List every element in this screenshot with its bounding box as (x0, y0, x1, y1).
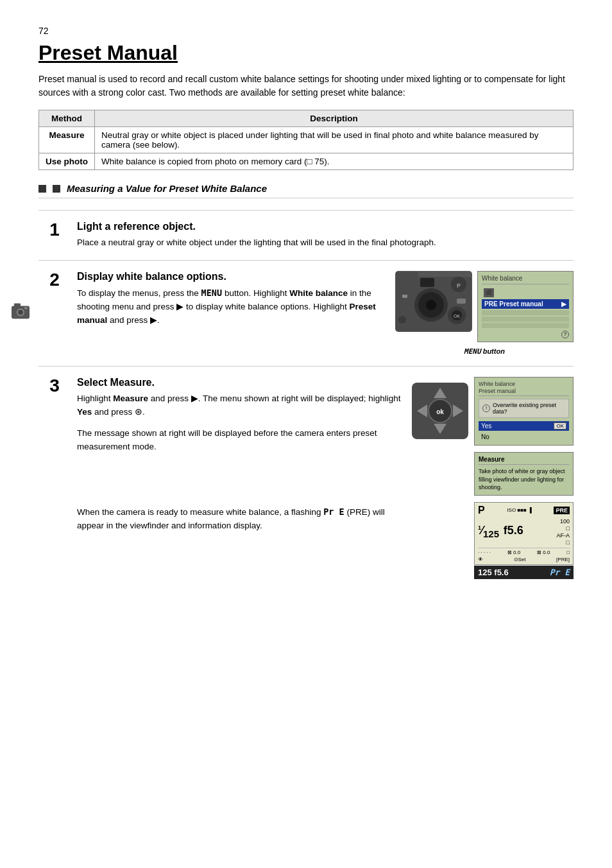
lcd-row (482, 310, 569, 315)
svg-rect-4 (24, 307, 28, 309)
table-header-description: Description (95, 110, 574, 127)
dialog-yes: Yes OK (479, 421, 569, 431)
description-cell: Neutral gray or white object is placed u… (95, 127, 574, 153)
step-3: 3 Select Measure. Highlight Measure and … (38, 366, 574, 589)
svg-rect-6 (396, 272, 418, 284)
lcd-help: ? (482, 331, 569, 338)
vf-af-box: □ (566, 539, 570, 546)
lcd-selected-text: PRE Preset manual (484, 300, 543, 308)
dialog-warning-text: Overwrite existing preset data? (493, 402, 565, 415)
step-2-images: P OK Whi (395, 271, 574, 356)
measure-box: Measure Take photo of white or gray obje… (474, 452, 574, 496)
svg-point-3 (18, 309, 23, 315)
overwrite-dialog: White balance Preset manual ! Overwrite … (474, 377, 574, 446)
svg-text:P: P (457, 282, 461, 289)
vf-dots: · · · · · (478, 550, 491, 555)
preset-manual-keyword: Preset manual (77, 302, 376, 325)
vf-iso-label: ISO ■■■ ▐ (507, 507, 531, 513)
svg-point-17 (398, 316, 406, 324)
step-1-title: Light a reference object. (77, 221, 574, 232)
measure-title: Measure (479, 456, 569, 465)
vf-iso-value: 100 (560, 518, 570, 525)
white-balance-keyword: White balance (289, 288, 348, 298)
warning-icon: ! (482, 404, 490, 412)
lcd-row (482, 323, 569, 328)
vf-ev2: ⊠ 0.0 (537, 550, 550, 555)
method-cell: Use photo (39, 153, 95, 170)
step-3-extra-text-2: When the camera is ready to measure whit… (77, 505, 401, 533)
dialog-warning: ! Overwrite existing preset data? (479, 399, 569, 418)
page-number: 72 (38, 26, 574, 36)
dialog-no: No (479, 432, 569, 442)
vf-eye-icon: 👁 (478, 557, 483, 562)
step-1-number: 1 (49, 221, 60, 239)
step-2-content: Display white balance options. To displa… (71, 271, 385, 327)
step-1: 1 Light a reference object. Place a neut… (38, 210, 574, 260)
dialog-title-2: Preset manual (479, 388, 569, 396)
page-title: Preset Manual (38, 41, 574, 65)
lcd-icon: ⬛ (484, 288, 494, 297)
step-3-content: Select Measure. Highlight Measure and pr… (71, 377, 401, 533)
bottom-shutter-aperture: 125 f5.6 (478, 568, 509, 577)
vf-bottom-row: · · · · · ⊠ 0.0 ⊠ 0.0 □ (478, 548, 570, 555)
lcd-row (482, 317, 569, 322)
measure-keyword: Measure (113, 394, 148, 403)
viewfinder-display: P ISO ■■■ ▐ PRE 1⁄125 f5.6 100 □ (474, 502, 574, 565)
ok-button: OK (554, 422, 566, 430)
vf-ev1: ⊠ 0.0 (507, 550, 520, 555)
camera-mockup: P OK (395, 271, 472, 332)
step-2-number: 2 (49, 271, 60, 289)
lcd-title: White balance (482, 275, 569, 284)
step-1-body: Place a neutral gray or white object und… (77, 236, 574, 250)
vf-set-label: ⊙Set (514, 557, 526, 562)
section-icon-2 (53, 185, 60, 193)
steps-container: 1 Light a reference object. Place a neut… (38, 210, 574, 589)
lcd-item: ⬛ (482, 287, 569, 299)
step-3-images-row1: ok White balance Preset manual ! Overwri… (411, 377, 574, 446)
vf-shutter: 1⁄125 (478, 524, 499, 537)
svg-rect-18 (402, 295, 407, 298)
method-cell: Measure (39, 127, 95, 153)
methods-table: Method Description Measure Neutral gray … (38, 110, 574, 170)
section-heading: Measuring a Value for Preset White Balan… (38, 183, 574, 198)
section-icon (38, 185, 46, 193)
step-1-number-col: 1 (38, 221, 71, 239)
yes-option: Yes (481, 422, 491, 430)
vf-iso-box: □ (566, 525, 570, 532)
bottom-pre: Pr E (550, 568, 570, 577)
step-3-number-col: 3 (38, 377, 71, 395)
description-cell: White balance is copied from photo on me… (95, 153, 574, 170)
step-3-extra-1: The message shown at right will be displ… (77, 427, 401, 454)
camera-body-icon (10, 302, 31, 322)
step-2-number-col: 2 (38, 271, 71, 289)
help-icon: ? (561, 331, 569, 338)
step-2: 2 Display white balance options. To disp… (38, 260, 574, 366)
no-option: No (481, 433, 489, 440)
step-3-extra-2: When the camera is ready to measure whit… (77, 505, 401, 533)
lcd-selected-item: PRE Preset manual ▶ (482, 299, 569, 309)
dpad-area: ok (411, 382, 469, 440)
bottom-strip: 125 f5.6 Pr E (474, 566, 574, 579)
menu-label: MENU button (464, 347, 505, 356)
vf-top-row: P ISO ■■■ ▐ PRE (478, 505, 570, 516)
step-3-title: Select Measure. (77, 377, 401, 388)
vf-right-col: 100 □ AF-A □ (556, 518, 570, 546)
intro-text: Preset manual is used to record and reca… (38, 73, 574, 100)
viewfinder-area: P ISO ■■■ ▐ PRE 1⁄125 f5.6 100 □ (474, 502, 574, 579)
vf-mode: P (478, 505, 485, 516)
step-3-number: 3 (49, 377, 60, 395)
table-header-method: Method (39, 110, 95, 127)
svg-text:ok: ok (436, 408, 444, 415)
vf-af-label: AF-A (556, 532, 570, 539)
vf-labels-row: 👁 ⊙Set [PRE] (478, 555, 570, 562)
vf-set: □ (566, 550, 570, 555)
svg-text:OK: OK (454, 314, 460, 318)
vf-pre-badge: PRE (554, 507, 570, 514)
vf-pre-indicator: [PRE] (556, 557, 570, 562)
yes-keyword: Yes (77, 407, 92, 417)
lcd-screen: White balance ⬛ PRE Preset manual ▶ (477, 271, 574, 342)
section-heading-text: Measuring a Value for Preset White Balan… (67, 183, 267, 194)
step-3-extra-text-1: The message shown at right will be displ… (77, 427, 401, 454)
step-3-images: ok White balance Preset manual ! Overwri… (411, 377, 574, 579)
menu-keyword: MENU (201, 288, 223, 298)
